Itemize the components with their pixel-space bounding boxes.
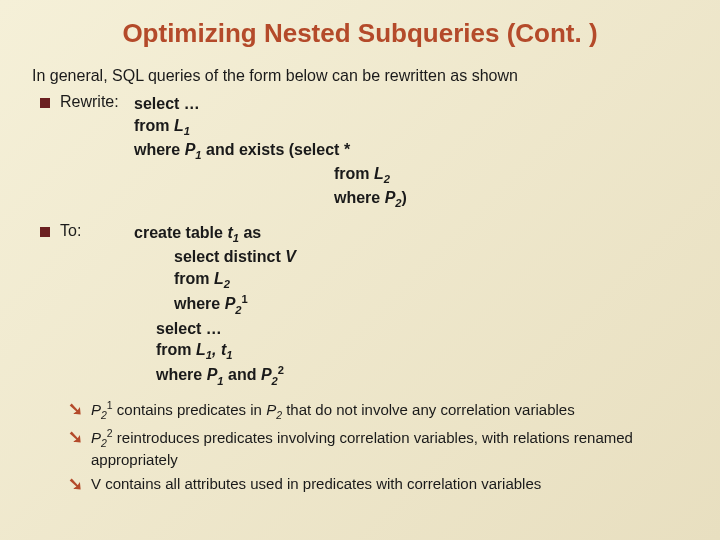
code-line: select … [134,318,296,340]
notes-list: ➘ P21 contains predicates in P2 that do … [68,399,688,493]
note-text: P22 reintroduces predicates involving co… [91,427,688,470]
note-item: ➘ P22 reintroduces predicates involving … [68,427,688,470]
code-line: from L1 [134,117,190,134]
arrow-down-icon: ➘ [68,400,83,418]
bullet-icon [40,98,50,108]
note-item: ➘ V contains all attributes used in pred… [68,474,688,494]
code-line: where P2) [134,187,407,211]
intro-text: In general, SQL queries of the form belo… [32,67,688,85]
to-label: To: [60,222,134,240]
code-line: from L2 [134,163,407,187]
note-text: V contains all attributes used in predic… [91,474,541,494]
note-text: P21 contains predicates in P2 that do no… [91,399,575,423]
rewrite-code: select … from L1 where P1 and exists (se… [134,93,407,212]
to-block: To: create table t1 as select distinct V… [40,222,688,389]
code-line: where P21 [134,292,296,318]
slide: Optimizing Nested Subqueries (Cont. ) In… [0,0,720,540]
code-line: create table t1 as [134,224,261,241]
rewrite-block: Rewrite: select … from L1 where P1 and e… [40,93,688,212]
code-line: where P1 and P22 [134,363,296,389]
code-line: from L2 [134,268,296,292]
code-line: select … [134,95,200,112]
arrow-down-icon: ➘ [68,475,83,493]
slide-title: Optimizing Nested Subqueries (Cont. ) [32,18,688,49]
code-line: select distinct V [134,246,296,268]
bullet-icon [40,227,50,237]
to-code: create table t1 as select distinct V fro… [134,222,296,389]
code-line: where P1 and exists (select * [134,141,350,158]
rewrite-label: Rewrite: [60,93,134,111]
code-line: from L1, t1 [134,339,296,363]
arrow-down-icon: ➘ [68,428,83,446]
note-item: ➘ P21 contains predicates in P2 that do … [68,399,688,423]
